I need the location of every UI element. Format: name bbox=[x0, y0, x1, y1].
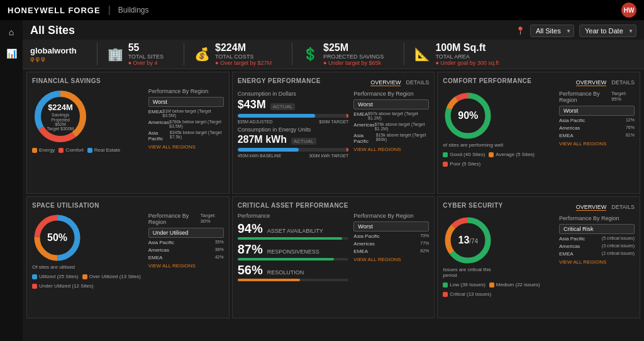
comfort-left: 90% of sites are performing well Good (4… bbox=[443, 91, 554, 167]
energy-region-emea: EMEA $97k above target (Target $1.2M) bbox=[353, 111, 429, 120]
space-donut-label: 50% bbox=[47, 232, 67, 243]
energy-tabs: OVERVIEW DETAILS bbox=[370, 79, 429, 86]
financial-right: Performance By Region Worst EMEA $1M bel… bbox=[148, 88, 224, 153]
site-select[interactable]: All Sites bbox=[530, 25, 574, 37]
energy-kwh-bar-labels: 450M kWh BASELINE 300M kWh TARGET bbox=[238, 154, 349, 158]
brand-area: HONEYWELL FORGE | Buildings bbox=[8, 4, 149, 16]
critical-resp-pct: 87% bbox=[238, 242, 263, 256]
kpi-divider2 bbox=[184, 43, 184, 65]
kpi-item-costs: 💰 $224M TOTAL COSTS ● Over target by $27… bbox=[194, 42, 272, 66]
comfort-tab-details[interactable]: DETAILS bbox=[611, 79, 635, 86]
time-select[interactable]: Year to Date bbox=[579, 25, 636, 37]
cyber-region-select[interactable]: Critical Risk bbox=[559, 224, 635, 234]
cyber-low-dot bbox=[443, 282, 448, 288]
space-americas-name: Americas bbox=[148, 247, 169, 253]
comfort-content: 90% of sites are performing well Good (4… bbox=[443, 91, 635, 167]
fin-americas-name: Americas bbox=[148, 120, 169, 128]
financial-donut-label: $224M Savings Projected $62M Target $300… bbox=[47, 103, 75, 131]
space-over-label: Over Utilized (13 Sites) bbox=[89, 274, 141, 279]
space-region-title: Performance By Region bbox=[148, 213, 201, 225]
comfort-good-label: Good (40 Sites) bbox=[450, 152, 485, 157]
critical-region-title: Performance By Region bbox=[353, 213, 429, 219]
comfort-view-all[interactable]: VIEW ALL REGIONS bbox=[559, 141, 635, 147]
comfort-americas-name: Americas bbox=[559, 125, 580, 131]
energy-title: ENERGY PERFORMANCE bbox=[238, 77, 321, 84]
cyber-tab-overview[interactable]: OVERVIEW bbox=[576, 204, 606, 211]
fin-emea-val: $1M below target (Target $3.5M) bbox=[162, 109, 223, 118]
energy-bar-outer-adj bbox=[238, 114, 349, 118]
cyber-legend-med: Medium (22 issues) bbox=[489, 282, 540, 288]
kpi-area-label: TOTAL AREA bbox=[435, 53, 499, 60]
energy-left: Consumption in Dollars $43M ACTUAL bbox=[238, 91, 349, 160]
space-over-dot bbox=[82, 274, 87, 279]
comfort-panel: COMFORT PERFORMANCE OVERVIEW DETAILS bbox=[437, 72, 640, 194]
energy-kwh-bar-target bbox=[347, 148, 348, 152]
critical-content: Performance 94% ASSET AVAILABILITY 87% R… bbox=[238, 213, 430, 284]
critical-region-select[interactable]: Worst bbox=[353, 221, 429, 232]
energy-kwh-bar-inner bbox=[238, 148, 299, 152]
fin-ap-val: $345k below target (Target $7.5k) bbox=[170, 130, 224, 142]
space-region-select[interactable]: Under Utilised bbox=[148, 228, 224, 238]
comfort-region-title: Performance By Region bbox=[559, 91, 611, 103]
energy-panel-header: ENERGY PERFORMANCE OVERVIEW DETAILS bbox=[238, 77, 430, 88]
critical-right: Performance By Region Worst Asia Pacific… bbox=[353, 213, 429, 284]
space-legend-over: Over Utilized (13 Sites) bbox=[82, 274, 141, 279]
kpi-area-sub: ● Under goal by 300 sq.ft bbox=[435, 60, 499, 66]
cyber-tab-details[interactable]: DETAILS bbox=[611, 204, 635, 211]
space-legend: Utilized (25 Sites) Over Utilized (13 Si… bbox=[32, 274, 143, 289]
cyber-americas-val: (3 critical issues) bbox=[602, 243, 635, 249]
comfort-region-select[interactable]: Worst bbox=[559, 106, 635, 116]
fin-region-ap: Asia Pacific $345k below target (Target … bbox=[148, 130, 224, 142]
fin-view-all[interactable]: VIEW ALL REGIONS bbox=[148, 144, 224, 150]
kpi-area-value: 100M Sq.ft bbox=[435, 42, 499, 53]
energy-emea-name: EMEA bbox=[353, 111, 368, 120]
kpi-costs-icon: 💰 bbox=[194, 47, 210, 62]
cyber-tabs: OVERVIEW DETAILS bbox=[576, 204, 635, 211]
critical-avail-bar bbox=[238, 237, 342, 240]
financial-legend: Energy Comfort Real Estate bbox=[32, 147, 143, 153]
kpi-savings-label: PROJECTED SAVINGS bbox=[323, 53, 384, 60]
cyber-ap-val: (5 critical issues) bbox=[602, 236, 635, 242]
space-view-all[interactable]: VIEW ALL REGIONS bbox=[148, 263, 224, 269]
legend-energy-dot bbox=[32, 148, 37, 153]
energy-tab-overview[interactable]: OVERVIEW bbox=[370, 79, 401, 86]
kpi-savings-icon: 💲 bbox=[303, 47, 318, 62]
kpi-costs-text: $224M TOTAL COSTS ● Over target by $27M bbox=[215, 42, 272, 66]
legend-realestate-dot bbox=[87, 148, 92, 153]
comfort-title: COMFORT PERFORMANCE bbox=[443, 77, 531, 84]
legend-comfort: Comfort bbox=[58, 147, 83, 153]
cyber-crit-dot bbox=[443, 292, 448, 297]
comfort-poor-dot bbox=[443, 162, 448, 167]
kpi-sites-icon: 🏢 bbox=[108, 47, 123, 62]
energy-view-all[interactable]: VIEW ALL REGIONS bbox=[353, 147, 429, 152]
cyber-med-label: Medium (22 issues) bbox=[496, 282, 540, 288]
critical-avail-bar-outer bbox=[238, 237, 349, 240]
critical-view-all[interactable]: VIEW ALL REGIONS bbox=[353, 257, 429, 262]
cyber-panel-header: CYBER SECURITY OVERVIEW DETAILS bbox=[443, 202, 635, 213]
kpi-logo-dots: φφφ bbox=[30, 55, 77, 62]
critical-resp-bar bbox=[238, 258, 335, 260]
cyber-legend-crit: Critical (13 issues) bbox=[443, 291, 491, 297]
sidebar-home-icon[interactable]: ⌂ bbox=[4, 25, 18, 39]
kpi-item-savings: 💲 $25M PROJECTED SAVINGS ● Under target … bbox=[303, 42, 384, 66]
sidebar-chart-icon[interactable]: 📊 bbox=[4, 47, 18, 60]
energy-americas-val: $76k above target (Target $1.2M) bbox=[375, 122, 430, 131]
cyber-americas-name: Americas bbox=[559, 243, 580, 249]
comfort-americas-val: 76% bbox=[626, 125, 635, 131]
energy-bar-target-adj bbox=[347, 114, 348, 118]
energy-region-title: Performance By Region bbox=[353, 91, 429, 97]
energy-tab-details[interactable]: DETAILS bbox=[406, 79, 429, 86]
cyber-view-all[interactable]: VIEW ALL REGIONS bbox=[559, 259, 635, 265]
kpi-savings-value: $25M bbox=[323, 42, 384, 53]
user-avatar[interactable]: HW bbox=[621, 3, 636, 18]
legend-energy-label: Energy bbox=[39, 147, 55, 153]
kpi-divider bbox=[97, 43, 97, 65]
critical-metric-resp: 87% RESPONSIVENESS bbox=[238, 242, 349, 260]
comfort-legend-poor: Poor (5 Sites) bbox=[443, 161, 480, 167]
space-under-label: Under Utilized (12 Sites) bbox=[39, 283, 94, 289]
kpi-sites-sub: ● Over by 4 bbox=[128, 60, 164, 66]
energy-kwh-bar-section: 450M kWh BASELINE 300M kWh TARGET bbox=[238, 148, 349, 158]
fin-region-select[interactable]: Worst bbox=[148, 97, 224, 107]
comfort-tab-overview[interactable]: OVERVIEW bbox=[576, 79, 606, 86]
energy-region-select[interactable]: Worst bbox=[353, 99, 429, 109]
